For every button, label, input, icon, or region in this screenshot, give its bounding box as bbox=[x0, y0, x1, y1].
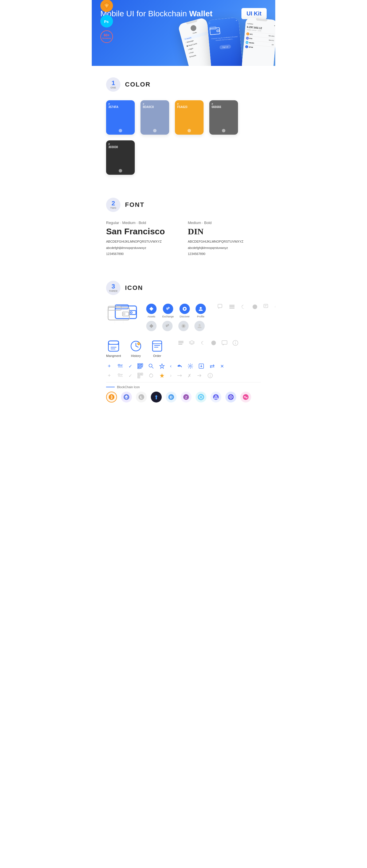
swatch-5: #303030 bbox=[106, 141, 135, 175]
svg-rect-62 bbox=[118, 364, 120, 366]
svg-rect-55 bbox=[178, 344, 182, 345]
named-icons-group: Assets Exchange bbox=[146, 304, 206, 331]
settings-icon bbox=[188, 363, 193, 369]
dash-icon: Ð bbox=[166, 392, 177, 402]
check-gray-icon: ✓ bbox=[129, 373, 132, 378]
svg-point-22 bbox=[184, 308, 186, 310]
svg-text:₿: ₿ bbox=[111, 395, 113, 399]
color-swatches: #3574FA #8DA0C8 #F5A623 #666666 #303030 bbox=[106, 100, 261, 175]
diamond-icon bbox=[225, 392, 236, 402]
misc-small-icons bbox=[178, 340, 238, 346]
swatch-4: #666666 bbox=[209, 100, 238, 135]
phones-area: Profile ✦ Assets ↑ Massage ▦ Real-Cards … bbox=[166, 11, 275, 66]
svg-rect-32 bbox=[229, 308, 234, 309]
star-icon bbox=[159, 363, 165, 369]
font-section-header: 2 TWO FONT bbox=[106, 198, 261, 212]
svg-rect-39 bbox=[108, 341, 119, 351]
share-icon bbox=[177, 363, 182, 369]
phone-mockup-2: ✕ + Character may be manifested in the g… bbox=[207, 18, 243, 66]
svg-rect-73 bbox=[142, 366, 143, 367]
svg-text:Ps: Ps bbox=[104, 20, 109, 24]
misc-icons-group: i bbox=[217, 304, 275, 310]
svg-text:Z: Z bbox=[185, 396, 187, 399]
blockchain-label: BlockChain Icon bbox=[106, 385, 261, 389]
layers-icon bbox=[189, 340, 195, 346]
zcash-icon: Z bbox=[181, 392, 192, 402]
exchange-icon-item: Exchange bbox=[162, 304, 174, 318]
info-icon: i bbox=[275, 304, 275, 310]
management-icon-item: Mangment bbox=[106, 340, 121, 358]
svg-rect-87 bbox=[141, 374, 142, 375]
profile-icon-item: Profile bbox=[196, 304, 206, 318]
svg-rect-48 bbox=[152, 341, 162, 351]
font-grid: Regular · Medium · Bold San Francisco AB… bbox=[106, 221, 261, 258]
discover-icon-item: Discover bbox=[179, 304, 190, 318]
sketch-badge bbox=[101, 0, 113, 12]
font-section: 2 TWO FONT Regular · Medium · Bold San F… bbox=[92, 186, 275, 269]
svg-rect-12 bbox=[108, 307, 129, 320]
svg-rect-85 bbox=[138, 374, 139, 375]
svg-rect-80 bbox=[118, 374, 120, 375]
svg-rect-7 bbox=[217, 30, 220, 32]
history-icon-item: History bbox=[130, 340, 142, 358]
color-section: 1 ONE COLOR #3574FA #8DA0C8 #F5A623 #666… bbox=[92, 66, 275, 186]
svg-rect-67 bbox=[138, 364, 139, 365]
swatch-3: #F5A623 bbox=[175, 100, 204, 135]
plus-icon: + bbox=[106, 363, 112, 369]
svg-point-26 bbox=[182, 325, 185, 327]
x-gray-icon: ✗ bbox=[188, 373, 191, 378]
search-icon bbox=[148, 363, 154, 369]
hero-badges: Ps 60+ Screens bbox=[101, 0, 113, 43]
circle-icon bbox=[252, 304, 258, 310]
assets-icon-gray bbox=[146, 321, 157, 331]
ethereum-icon bbox=[121, 392, 132, 402]
svg-rect-52 bbox=[152, 341, 162, 344]
svg-rect-71 bbox=[138, 367, 139, 368]
info-gray-icon bbox=[207, 373, 213, 378]
assets-icon-item: Assets bbox=[146, 304, 157, 318]
svg-rect-57 bbox=[222, 341, 227, 344]
svg-rect-31 bbox=[229, 306, 234, 307]
svg-rect-74 bbox=[140, 368, 141, 369]
svg-point-75 bbox=[149, 364, 152, 367]
crescent-icon bbox=[200, 340, 206, 346]
phone-mockup-3: myWallet + 6.297.502.12 Available: 3,000… bbox=[242, 18, 275, 66]
screens-badge: 60+ Screens bbox=[101, 30, 113, 43]
refresh-icon bbox=[148, 373, 154, 378]
list-small-icon bbox=[117, 363, 123, 369]
blackcoin-icon bbox=[151, 392, 162, 402]
svg-point-93 bbox=[210, 374, 210, 375]
svg-rect-54 bbox=[178, 342, 184, 343]
svg-point-56 bbox=[211, 341, 216, 345]
svg-point-111 bbox=[200, 396, 202, 398]
list-icon bbox=[178, 340, 184, 346]
icon-section-header: 3 THREE ICON bbox=[106, 281, 261, 295]
litecoin-icon: Ł bbox=[136, 392, 147, 402]
dot-icon bbox=[210, 340, 217, 346]
icon-number-bubble: 3 THREE bbox=[106, 281, 120, 295]
arrow-right-icon bbox=[196, 373, 202, 378]
svg-rect-89 bbox=[138, 376, 139, 378]
swatch-1: #3574FA bbox=[106, 100, 135, 135]
close-icon: ✕ bbox=[220, 364, 224, 369]
blockchain-divider bbox=[106, 382, 261, 382]
stellar-icon bbox=[196, 392, 206, 402]
font-number-bubble: 2 TWO bbox=[106, 198, 120, 212]
icon-section: 3 THREE ICON bbox=[92, 269, 275, 414]
font-din: Medium · Bold DIN ABCDEFGHIJKLMNOPQRSTUV… bbox=[188, 221, 261, 258]
utility-icons-row-2: + ✓ bbox=[106, 373, 261, 379]
svg-marker-24 bbox=[149, 324, 153, 328]
svg-point-15 bbox=[123, 313, 125, 315]
discover-icon bbox=[179, 304, 190, 314]
svg-text:Ł: Ł bbox=[140, 395, 142, 399]
svg-point-23 bbox=[200, 307, 202, 309]
font-sf: Regular · Medium · Bold San Francisco AB… bbox=[106, 221, 179, 258]
svg-point-60 bbox=[235, 341, 236, 342]
qr-gray-icon bbox=[137, 373, 143, 378]
svg-rect-69 bbox=[141, 364, 142, 365]
color-section-header: 1 ONE COLOR bbox=[106, 78, 261, 92]
assets-icon bbox=[146, 304, 157, 314]
msg-icon bbox=[221, 340, 228, 346]
ps-badge: Ps bbox=[101, 15, 113, 28]
color-number-bubble: 1 ONE bbox=[106, 78, 120, 92]
